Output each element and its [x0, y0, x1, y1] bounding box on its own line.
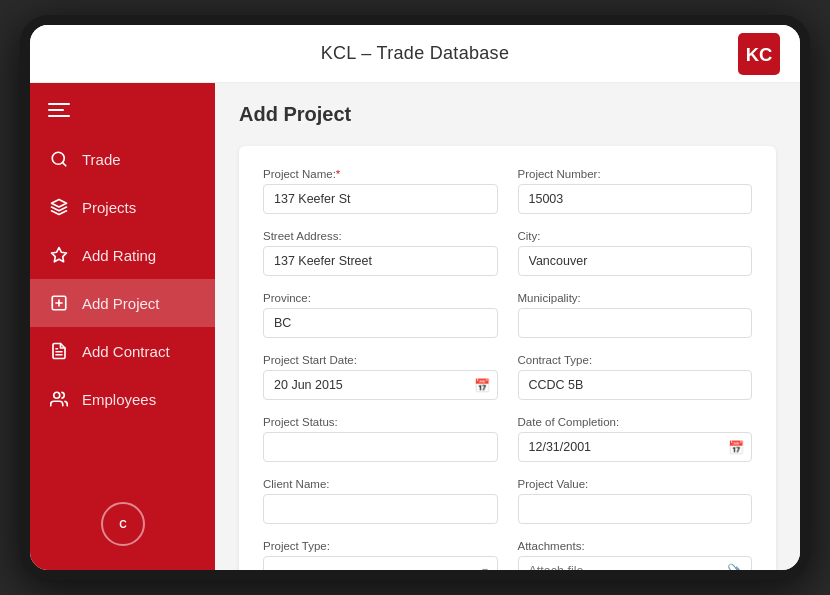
project-start-date-group: Project Start Date: 📅	[263, 354, 498, 400]
attachments-group: Attachments: 📎	[518, 540, 753, 570]
client-name-label: Client Name:	[263, 478, 498, 490]
sidebar-label-add-rating: Add Rating	[82, 247, 156, 264]
sidebar-item-projects[interactable]: Projects	[30, 183, 215, 231]
app-header: KCL – Trade Database KC	[30, 25, 800, 83]
date-of-completion-input[interactable]	[518, 432, 753, 462]
sidebar-label-trade: Trade	[82, 151, 121, 168]
project-number-label: Project Number:	[518, 168, 753, 180]
project-name-input[interactable]	[263, 184, 498, 214]
document-icon	[48, 340, 70, 362]
sidebar-label-projects: Projects	[82, 199, 136, 216]
sidebar-bottom-logo: C	[30, 488, 215, 560]
header-logo: KC	[738, 33, 780, 75]
contract-type-group: Contract Type:	[518, 354, 753, 400]
client-name-group: Client Name:	[263, 478, 498, 524]
svg-text:KC: KC	[746, 43, 773, 64]
attach-file-icon[interactable]: 📎	[727, 563, 744, 570]
project-start-date-input[interactable]	[263, 370, 498, 400]
form-row-1: Project Name:* Project Number:	[263, 168, 752, 214]
sidebar-item-employees[interactable]: Employees	[30, 375, 215, 423]
required-marker: *	[336, 168, 340, 180]
sidebar-item-add-rating[interactable]: Add Rating	[30, 231, 215, 279]
sidebar-label-employees: Employees	[82, 391, 156, 408]
tablet-screen: KCL – Trade Database KC	[30, 25, 800, 570]
hamburger-line-2	[48, 109, 64, 111]
project-name-label: Project Name:*	[263, 168, 498, 180]
project-status-group: Project Status:	[263, 416, 498, 462]
project-name-group: Project Name:*	[263, 168, 498, 214]
client-name-input[interactable]	[263, 494, 498, 524]
project-value-label: Project Value:	[518, 478, 753, 490]
form-row-3: Province: Municipality:	[263, 292, 752, 338]
city-input[interactable]	[518, 246, 753, 276]
content-area: Trade Projects	[30, 83, 800, 570]
search-icon	[48, 148, 70, 170]
sidebar-label-add-project: Add Project	[82, 295, 160, 312]
province-group: Province:	[263, 292, 498, 338]
hamburger-menu[interactable]	[30, 93, 215, 135]
people-icon	[48, 388, 70, 410]
contract-type-label: Contract Type:	[518, 354, 753, 366]
project-number-group: Project Number:	[518, 168, 753, 214]
app-title: KCL – Trade Database	[321, 43, 509, 64]
sidebar-item-trade[interactable]: Trade	[30, 135, 215, 183]
province-label: Province:	[263, 292, 498, 304]
project-type-label: Project Type:	[263, 540, 498, 552]
project-type-select[interactable]	[263, 556, 498, 570]
hamburger-icon[interactable]	[48, 103, 197, 117]
city-label: City:	[518, 230, 753, 242]
form-row-5: Project Status: Date of Completion: 📅	[263, 416, 752, 462]
project-status-label: Project Status:	[263, 416, 498, 428]
page-title: Add Project	[239, 103, 776, 126]
attachments-wrapper: 📎	[518, 556, 753, 570]
project-number-input[interactable]	[518, 184, 753, 214]
main-content: Add Project Project Name:* Project Numbe…	[215, 83, 800, 570]
project-type-group: Project Type:	[263, 540, 498, 570]
date-of-completion-wrapper: 📅	[518, 432, 753, 462]
city-group: City:	[518, 230, 753, 276]
svg-line-3	[62, 162, 65, 165]
municipality-input[interactable]	[518, 308, 753, 338]
contract-type-input[interactable]	[518, 370, 753, 400]
hamburger-line-3	[48, 115, 70, 117]
layers-icon	[48, 196, 70, 218]
svg-point-10	[54, 392, 60, 398]
project-status-input[interactable]	[263, 432, 498, 462]
form-row-7: Project Type: Attachments: 📎	[263, 540, 752, 570]
municipality-group: Municipality:	[518, 292, 753, 338]
calendar-icon-2: 📅	[728, 440, 744, 455]
sidebar-item-add-project[interactable]: Add Project	[30, 279, 215, 327]
project-value-group: Project Value:	[518, 478, 753, 524]
date-of-completion-group: Date of Completion: 📅	[518, 416, 753, 462]
form-row-6: Client Name: Project Value:	[263, 478, 752, 524]
hamburger-line-1	[48, 103, 70, 105]
sidebar-logo-circle: C	[101, 502, 145, 546]
svg-marker-4	[52, 200, 67, 208]
date-of-completion-label: Date of Completion:	[518, 416, 753, 428]
form-card: Project Name:* Project Number: Street Ad…	[239, 146, 776, 570]
project-type-select-wrapper	[263, 556, 498, 570]
svg-text:C: C	[119, 519, 127, 530]
street-address-group: Street Address:	[263, 230, 498, 276]
form-row-2: Street Address: City:	[263, 230, 752, 276]
calendar-icon: 📅	[474, 378, 490, 393]
municipality-label: Municipality:	[518, 292, 753, 304]
form-row-4: Project Start Date: 📅 Contract Type:	[263, 354, 752, 400]
street-address-label: Street Address:	[263, 230, 498, 242]
sidebar-item-add-contract[interactable]: Add Contract	[30, 327, 215, 375]
attachments-label: Attachments:	[518, 540, 753, 552]
tablet-frame: KCL – Trade Database KC	[20, 15, 810, 580]
project-value-input[interactable]	[518, 494, 753, 524]
province-input[interactable]	[263, 308, 498, 338]
attachments-input[interactable]	[518, 556, 753, 570]
sidebar-label-add-contract: Add Contract	[82, 343, 170, 360]
street-address-input[interactable]	[263, 246, 498, 276]
sidebar: Trade Projects	[30, 83, 215, 570]
project-start-date-wrapper: 📅	[263, 370, 498, 400]
star-icon	[48, 244, 70, 266]
plus-square-icon	[48, 292, 70, 314]
project-start-date-label: Project Start Date:	[263, 354, 498, 366]
